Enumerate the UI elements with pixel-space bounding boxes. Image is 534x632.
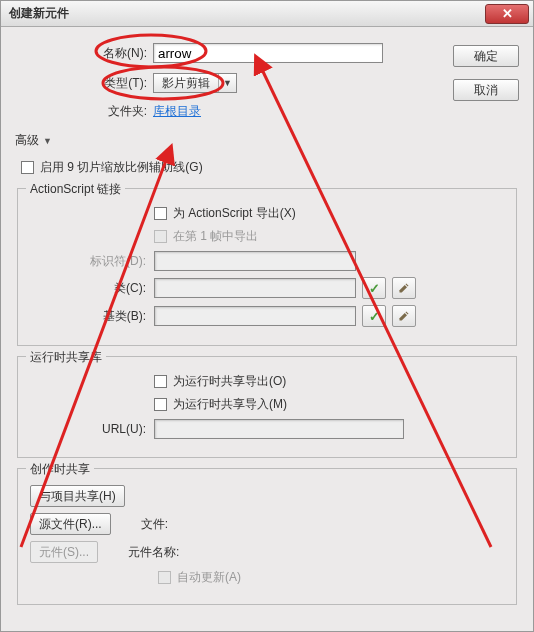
enable-9slice-label: 启用 9 切片缩放比例辅助线(G) xyxy=(40,159,203,176)
type-select[interactable]: 影片剪辑 ▼ xyxy=(153,73,237,93)
cancel-button[interactable]: 取消 xyxy=(453,79,519,101)
type-select-text: 影片剪辑 xyxy=(154,75,218,92)
baseclass-edit-button[interactable] xyxy=(392,305,416,327)
enable-9slice-checkbox[interactable] xyxy=(21,161,34,174)
name-row: 名称(N): xyxy=(11,43,523,63)
authoring-shared-legend: 创作时共享 xyxy=(26,461,94,478)
enable-9slice-row: 启用 9 切片缩放比例辅助线(G) xyxy=(21,159,523,176)
type-row: 类型(T): 影片剪辑 ▼ xyxy=(11,73,523,93)
import-runtime-label: 为运行时共享导入(M) xyxy=(173,396,287,413)
ok-button[interactable]: 确定 xyxy=(453,45,519,67)
base-class-label: 基类(B): xyxy=(26,308,154,325)
class-edit-button[interactable] xyxy=(392,277,416,299)
export-as-label: 为 ActionScript 导出(X) xyxy=(173,205,296,222)
pencil-icon xyxy=(398,310,410,322)
identifier-input xyxy=(154,251,356,271)
pencil-icon xyxy=(398,282,410,294)
export-frame1-label: 在第 1 帧中导出 xyxy=(173,228,258,245)
export-as-checkbox[interactable] xyxy=(154,207,167,220)
dialog-window: 创建新元件 ✕ 确定 取消 名称(N): 类型(T): 影片剪辑 ▼ 文件夹: … xyxy=(0,0,534,632)
file-label: 文件: xyxy=(141,516,168,533)
folder-link[interactable]: 库根目录 xyxy=(153,103,201,120)
as-linkage-legend: ActionScript 链接 xyxy=(26,181,125,198)
url-input xyxy=(154,419,404,439)
authoring-shared-fieldset: 创作时共享 与项目共享(H) 源文件(R)... 文件: 元件(S)... 元件… xyxy=(17,468,517,605)
as-linkage-fieldset: ActionScript 链接 为 ActionScript 导出(X) 在第 … xyxy=(17,188,517,346)
chevron-down-icon: ▼ xyxy=(218,74,236,92)
folder-row: 文件夹: 库根目录 xyxy=(11,103,523,120)
window-title: 创建新元件 xyxy=(9,5,69,22)
folder-label: 文件夹: xyxy=(11,103,153,120)
class-label: 类(C): xyxy=(26,280,154,297)
advanced-label: 高级 xyxy=(15,132,39,149)
runtime-shared-fieldset: 运行时共享库 为运行时共享导出(O) 为运行时共享导入(M) URL(U): xyxy=(17,356,517,458)
import-runtime-checkbox[interactable] xyxy=(154,398,167,411)
export-runtime-checkbox[interactable] xyxy=(154,375,167,388)
side-buttons: 确定 取消 xyxy=(453,45,519,101)
base-class-input xyxy=(154,306,356,326)
symbol-button: 元件(S)... xyxy=(30,541,98,563)
check-icon: ✓ xyxy=(369,309,380,324)
identifier-label: 标识符(D): xyxy=(26,253,154,270)
titlebar: 创建新元件 ✕ xyxy=(1,1,533,27)
type-label: 类型(T): xyxy=(11,75,153,92)
dialog-content: 确定 取消 名称(N): 类型(T): 影片剪辑 ▼ 文件夹: 库根目录 高级 … xyxy=(1,27,533,631)
runtime-shared-legend: 运行时共享库 xyxy=(26,349,106,366)
auto-update-label: 自动更新(A) xyxy=(177,569,241,586)
export-frame1-checkbox xyxy=(154,230,167,243)
symbol-name-label: 元件名称: xyxy=(128,544,179,561)
class-validate-button[interactable]: ✓ xyxy=(362,277,386,299)
chevron-down-icon: ▼ xyxy=(43,136,52,146)
advanced-toggle[interactable]: 高级 ▼ xyxy=(15,132,523,149)
check-icon: ✓ xyxy=(369,281,380,296)
name-input[interactable] xyxy=(153,43,383,63)
name-label: 名称(N): xyxy=(11,45,153,62)
close-button[interactable]: ✕ xyxy=(485,4,529,24)
auto-update-checkbox xyxy=(158,571,171,584)
source-file-button[interactable]: 源文件(R)... xyxy=(30,513,111,535)
export-runtime-label: 为运行时共享导出(O) xyxy=(173,373,286,390)
share-with-project-button[interactable]: 与项目共享(H) xyxy=(30,485,125,507)
baseclass-validate-button[interactable]: ✓ xyxy=(362,305,386,327)
class-input xyxy=(154,278,356,298)
url-label: URL(U): xyxy=(26,422,154,436)
